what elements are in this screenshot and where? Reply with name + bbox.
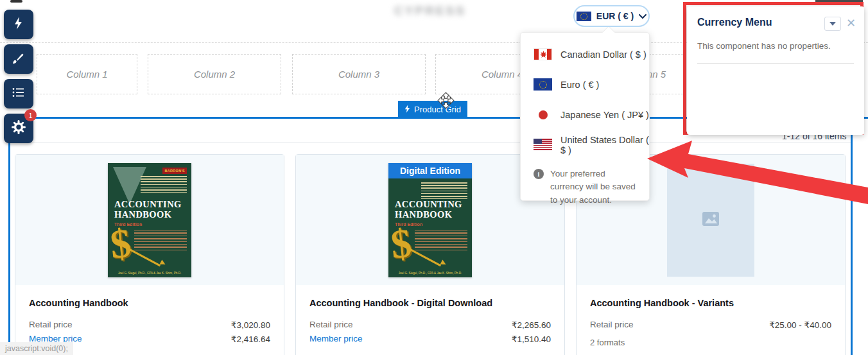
product-card[interactable]: BARRON'S ACCOUNTING HANDBOOK Third Editi… — [15, 154, 284, 355]
store-logo: CYPRESS — [388, 4, 473, 21]
cover-title: ACCOUNTING HANDBOOK — [114, 199, 184, 220]
status-bar-link-preview: javascript:void(0); — [0, 342, 73, 355]
retail-price-label: Retail price — [309, 320, 353, 330]
column-label: Column 2 — [194, 69, 235, 80]
currency-option-label: Japanese Yen ( JP¥ ) — [560, 110, 649, 120]
retail-price-value: ₹2,265.60 — [512, 320, 551, 330]
currency-option-eur[interactable]: Euro ( € ) — [521, 69, 649, 100]
selection-border-right — [851, 117, 853, 355]
canada-flag-icon — [534, 48, 552, 60]
layout-column-1[interactable]: Column 1 — [37, 54, 137, 94]
panel-collapse-button[interactable] — [824, 17, 841, 31]
currency-selector-button[interactable]: EUR ( € ) — [573, 5, 650, 27]
currency-selector-label: EUR ( € ) — [596, 11, 634, 21]
currency-option-jpy[interactable]: Japanese Yen ( JP¥ ) — [521, 100, 649, 130]
column-label: Column 1 — [66, 69, 107, 80]
column-label: Column 3 — [338, 69, 379, 80]
cover-blurb-lines — [421, 182, 467, 199]
page-builder-canvas: CYPRESS — [0, 0, 868, 355]
panel-body-text: This component has no properties. — [697, 41, 831, 51]
move-cursor-icon — [437, 92, 455, 112]
cover-title: ACCOUNTING HANDBOOK — [395, 199, 464, 220]
properties-panel: Currency Menu ✕ This component has no pr… — [687, 6, 864, 135]
column-label: Column 4 — [482, 69, 523, 80]
list-icon — [11, 85, 26, 103]
currency-option-label: Euro ( € ) — [560, 80, 599, 90]
currency-note: Your preferred currency will be saved to… — [550, 168, 638, 207]
cover-authors: Joel G. Siegel, Ph.D., CPA & Jae K. Shim… — [109, 272, 190, 275]
product-title[interactable]: Accounting Handbook — [29, 298, 270, 308]
product-title[interactable]: Accounting Handbook - Digital Download — [309, 298, 551, 308]
info-icon: i — [534, 169, 544, 179]
retail-price-value: ₹3,020.80 — [231, 320, 270, 330]
cover-brand: BARRON'S — [162, 168, 187, 174]
cover-authors: Joel G. Siegel, Ph.D., CPA & Jae K. Shim… — [390, 272, 471, 275]
retail-price-label: Retail price — [29, 320, 73, 330]
cover-arrow-head — [440, 259, 447, 266]
toolbar-components-button[interactable] — [4, 10, 33, 39]
member-price-value: ₹2,416.64 — [231, 334, 270, 344]
member-price-value: ₹1,510.40 — [512, 334, 551, 344]
lightning-icon — [404, 105, 410, 115]
brush-icon — [11, 50, 26, 68]
eu-flag-icon — [534, 78, 552, 91]
image-placeholder-icon — [702, 211, 720, 229]
product-image[interactable]: BARRON'S ACCOUNTING HANDBOOK Third Editi… — [15, 155, 284, 285]
layout-column-2[interactable]: Column 2 — [148, 54, 281, 94]
book-cover-image: BARRON'S ACCOUNTING HANDBOOK Third Editi… — [108, 163, 191, 277]
currency-option-cad[interactable]: Canadian Dollar ( $ ) — [521, 39, 649, 69]
product-title[interactable]: Accounting Handbook - Variants — [590, 298, 831, 308]
image-placeholder — [667, 164, 754, 277]
settings-notification-badge: 1 — [24, 109, 37, 121]
cover-blurb-lines — [141, 176, 187, 193]
panel-divider — [697, 63, 854, 64]
product-grid-tag[interactable]: Product Grid — [398, 101, 467, 118]
gear-icon — [11, 119, 26, 137]
cover-blurb-lines — [415, 230, 467, 252]
currency-option-label: Canadian Dollar ( $ ) — [560, 49, 647, 60]
us-flag-icon — [534, 139, 552, 151]
book-cover-image-digital: Digital Edition ACCOUNTING HANDBOOK Thir… — [388, 163, 472, 277]
toolbar-design-button[interactable] — [4, 44, 33, 74]
chevron-down-icon — [639, 10, 647, 22]
toolbar-top-dash — [10, 0, 22, 3]
digital-edition-banner: Digital Edition — [388, 163, 472, 178]
formats-count: 2 formats — [590, 338, 831, 347]
currency-option-label: United States Dollar ( $ ) — [560, 135, 649, 155]
currency-dropdown-menu: Canadian Dollar ( $ ) Euro ( € ) Japanes… — [520, 32, 650, 201]
japan-flag-icon — [534, 108, 552, 121]
retail-price-label: Retail price — [590, 320, 634, 330]
selection-border-left — [8, 117, 10, 355]
member-price-link[interactable]: Member price — [309, 334, 363, 344]
lightning-icon — [11, 15, 26, 33]
currency-option-usd[interactable]: United States Dollar ( $ ) — [521, 130, 649, 160]
close-icon[interactable]: ✕ — [846, 16, 856, 30]
cover-blurb-lines — [134, 230, 187, 252]
eu-flag-icon — [577, 12, 591, 21]
cover-arrow-head — [160, 259, 167, 266]
retail-price-value: ₹25.00 - ₹40.00 — [769, 320, 831, 330]
panel-title: Currency Menu — [697, 17, 772, 28]
toolbar-structure-button[interactable] — [4, 79, 33, 108]
layout-column-3[interactable]: Column 3 — [292, 54, 426, 94]
